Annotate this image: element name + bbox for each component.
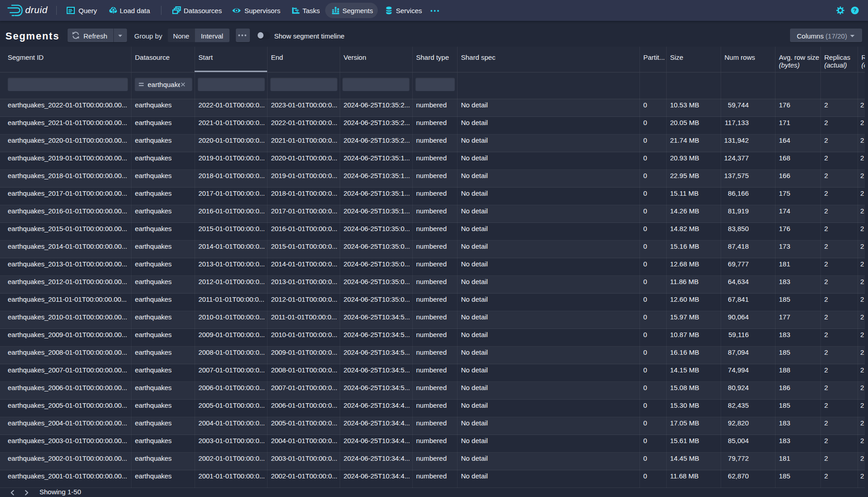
svg-text:?: ? [853, 8, 856, 13]
